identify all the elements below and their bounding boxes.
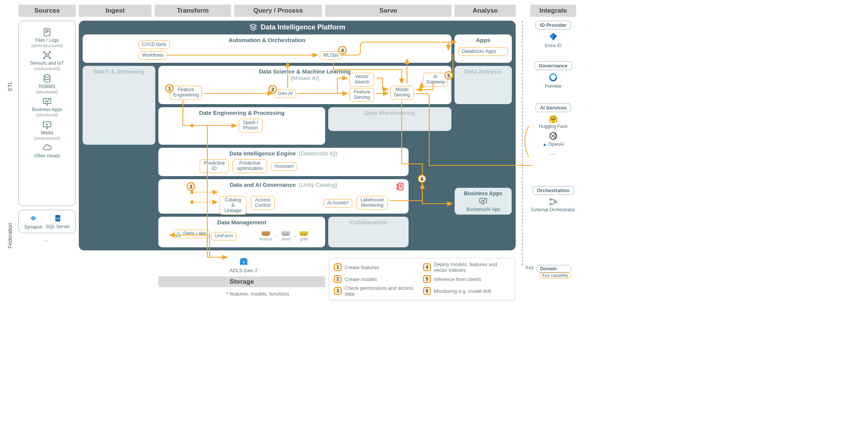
col-query: Query / Process (234, 5, 322, 17)
hf-icon: 🤗 (530, 114, 576, 124)
orch-icon (548, 197, 559, 206)
cap-model-serv: Model Serving (390, 86, 414, 100)
svg-rect-0 (44, 28, 50, 36)
business-apps-panel: Business Apps Business/AI App (454, 188, 512, 215)
sources-panel: Files / Logs(semi-structured) Sensors an… (18, 21, 76, 206)
federation-more: … (43, 236, 50, 243)
svg-point-19 (550, 203, 551, 205)
src-bizapps: Business Apps(structured) (21, 96, 73, 117)
cap-lh-mon: Lakehouse Monitoring (357, 196, 388, 210)
delta-icon (175, 231, 181, 237)
cap-genai: Gen AI (275, 90, 296, 98)
cap-workflows: Workflows (138, 51, 167, 60)
svg-point-18 (550, 199, 551, 200)
monitor-icon (478, 196, 489, 206)
cap-assistant: Assistant (271, 162, 297, 171)
src-other: Other clouds (21, 143, 73, 159)
svg-point-5 (49, 57, 50, 59)
legend: 1Create features 4Deploy models, feature… (329, 258, 515, 300)
storage-adls: ADLS Gen 2 (230, 256, 257, 273)
cap-pred-opt: Predictive optimization (233, 159, 267, 173)
cap-vector: Vector Search (350, 73, 374, 87)
label-etl: ETL (7, 81, 13, 91)
cap-apps: Databricks Apps (458, 47, 508, 56)
cap-ai-gw: AI Gateway (423, 73, 448, 87)
svg-point-3 (49, 52, 50, 53)
src-media: Media(unstructured) (21, 120, 73, 140)
cap-pred-io: Predictive IO (200, 159, 229, 173)
src-rdbms: RDBMS(structured) (21, 74, 73, 94)
integrate-orch: Orchestration External Orchestrator (530, 186, 576, 212)
storage-bar: Storage (158, 276, 325, 287)
svg-text:SQL: SQL (55, 217, 60, 220)
cap-feat-eng: Feature Engineering (170, 86, 202, 100)
fed-sqlserver: SQL SQL Server (46, 213, 70, 229)
num-5: 5 (445, 71, 453, 80)
integrate-id: ID Provider Entra ID (530, 21, 576, 48)
domain-batch: Batch & Streaming (83, 66, 155, 145)
cap-uniform: UniForm (211, 232, 236, 240)
svg-point-20 (555, 201, 557, 203)
integrate-gov: Governance Purview (530, 61, 576, 89)
domain-collab: Collaboration (328, 217, 409, 247)
col-serve: Serve (325, 5, 451, 17)
entra-icon (548, 32, 558, 42)
svg-point-6 (44, 75, 50, 77)
fed-synapse: Synapse (24, 213, 42, 230)
num-1: 1 (165, 84, 174, 93)
src-files: Files / Logs(semi-structured) (21, 27, 73, 48)
svg-rect-11 (399, 183, 403, 190)
platform-title: Data Intelligence Platform (261, 23, 345, 31)
domain-dw: Data Warehousing (328, 107, 451, 131)
divider (522, 21, 523, 266)
num-4: 4 (338, 46, 347, 54)
cap-catalog: Catalog & Lineage (220, 196, 246, 215)
num-2: 2 (269, 85, 277, 93)
svg-point-2 (44, 52, 45, 53)
col-ingest: Ingest (79, 5, 151, 17)
purview-icon (548, 72, 558, 82)
num-3: 3 (187, 182, 195, 191)
federation-panel: Synapse SQL SQL Server (18, 210, 76, 233)
integrate-ai: AI Services 🤗 Hugging Face ▲ OpenAI … (530, 103, 576, 156)
catalog-icon (395, 181, 405, 191)
col-sources: Sources (18, 5, 76, 17)
cap-spark: Spark / Photon (239, 119, 262, 132)
cap-delta: Delta Lake (173, 230, 210, 238)
cap-ai-assets: AI Assets* (324, 199, 352, 207)
col-transform: Transform (155, 5, 231, 17)
footnote: * features, models, functions (226, 291, 289, 297)
openai-icon (549, 131, 558, 140)
col-integrate: Integrate (530, 5, 576, 17)
cap-access: Access Control (251, 196, 275, 210)
domain-die: Data Intelligence Engine (Databricks IQ) (158, 148, 409, 176)
cap-feat-serv: Feature Serving (350, 88, 374, 102)
adls-icon (238, 256, 249, 266)
domain-analysis: Data Analysis (454, 66, 512, 104)
src-iot: Sensors and IoT(unstructured) (21, 50, 73, 71)
col-analyse: Analyse (454, 5, 516, 17)
layers-icon (249, 23, 257, 31)
num-6: 6 (418, 175, 426, 183)
label-federation: Federation (7, 223, 13, 248)
medallion: bronze → silver → gold (259, 231, 308, 241)
domain-automation: Automation & Orchestration (83, 34, 451, 63)
key-box: Key Domain Key capability (526, 265, 571, 278)
cap-cicd: CI/CD tools (138, 41, 170, 49)
svg-point-4 (44, 57, 45, 59)
